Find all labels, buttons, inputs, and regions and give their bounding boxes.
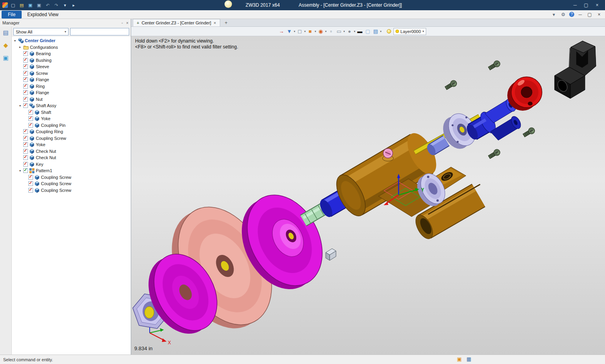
- visibility-checkbox[interactable]: ✓: [23, 77, 28, 82]
- expand-down-icon[interactable]: ▾: [18, 104, 22, 108]
- visibility-checkbox[interactable]: ✓: [28, 188, 33, 193]
- panel-close-icon[interactable]: ×: [126, 21, 128, 25]
- tree-item-shaft[interactable]: ✓Shaft: [12, 109, 131, 116]
- visibility-checkbox[interactable]: ✓: [28, 123, 33, 128]
- wireframe-mode-icon-dropdown[interactable]: ▾: [304, 30, 306, 33]
- tab-exploded-view[interactable]: Exploded View: [22, 12, 64, 17]
- visibility-checkbox[interactable]: ✓: [23, 149, 28, 154]
- expand-right-icon[interactable]: ▸: [18, 45, 22, 49]
- expand-down-icon[interactable]: ▾: [18, 169, 22, 173]
- visibility-checkbox[interactable]: ✓: [23, 97, 28, 102]
- tree-item-yoke[interactable]: ✓Yoke: [12, 141, 131, 148]
- background-color-icon[interactable]: ▢: [364, 28, 371, 35]
- tree-item-coupling-ring[interactable]: ✓Coupling Ring: [12, 128, 131, 135]
- dock-assembly-icon[interactable]: ◆: [4, 42, 8, 49]
- visibility-checkbox[interactable]: ✓: [23, 58, 28, 63]
- help-icon[interactable]: ?: [569, 12, 574, 17]
- tab-close-icon[interactable]: ×: [213, 20, 216, 25]
- part-ring-red[interactable]: [507, 77, 542, 111]
- visibility-checkbox[interactable]: ✓: [28, 110, 33, 115]
- tree-item-bearing[interactable]: ✓Bearing: [12, 50, 131, 57]
- visibility-checkbox[interactable]: ✓: [23, 64, 28, 69]
- visibility-checkbox[interactable]: ✓: [23, 84, 28, 89]
- panel-pin-icon[interactable]: ▫: [122, 21, 123, 25]
- align-views-icon-dropdown[interactable]: ▾: [343, 30, 345, 33]
- tree-item-check-nut[interactable]: ✓Check Nut: [12, 148, 131, 155]
- layer-bulb-icon[interactable]: [387, 29, 391, 33]
- doc-minimize-icon[interactable]: ─: [577, 11, 584, 18]
- dock-visual-icon[interactable]: ▣: [3, 54, 8, 61]
- line-width-icon[interactable]: ▬: [356, 28, 364, 35]
- part-yoke-black[interactable]: [555, 41, 596, 98]
- new-tab-button[interactable]: +: [225, 20, 228, 26]
- tree-item-key[interactable]: ✓Key: [12, 161, 131, 168]
- tree-item-screw[interactable]: ✓Screw: [12, 70, 131, 77]
- shaded-mode-icon[interactable]: ■: [306, 28, 314, 35]
- tree-item-configurations[interactable]: ▸Configurations: [12, 44, 131, 51]
- pick-filter-icon-dropdown[interactable]: ▾: [294, 30, 295, 33]
- maximize-button[interactable]: ▢: [581, 2, 592, 8]
- document-tab[interactable]: + Center Grinder.Z3 - [Center Grinder] ×: [133, 19, 220, 26]
- undo-icon[interactable]: ↶: [44, 2, 51, 9]
- tree-item-bushing[interactable]: ✓Bushing: [12, 57, 131, 64]
- tree-item-ring[interactable]: ✓Ring: [12, 83, 131, 90]
- visibility-checkbox[interactable]: ✓: [23, 51, 28, 56]
- visibility-checkbox[interactable]: ✓: [23, 162, 28, 167]
- tree-item-coupling-pin[interactable]: ✓Coupling Pin: [12, 122, 131, 129]
- exit-environment-icon[interactable]: →: [278, 28, 285, 35]
- settings-gear-icon[interactable]: ⚙: [560, 11, 567, 18]
- redo-icon[interactable]: ↷: [53, 2, 60, 9]
- snap-points-icon[interactable]: ▫: [327, 28, 335, 35]
- tree-item-flange[interactable]: ✓Flange: [12, 76, 131, 83]
- qat-more-icon[interactable]: ▸: [70, 2, 77, 9]
- visibility-checkbox[interactable]: ✓: [23, 168, 28, 173]
- open-file-icon[interactable]: ▤: [18, 2, 25, 9]
- ribbon-collapse-icon[interactable]: ▾: [550, 11, 557, 18]
- manager-search-input[interactable]: [70, 28, 129, 35]
- assembly-3d-scene[interactable]: X: [131, 36, 605, 355]
- tree-item-coupling-screw[interactable]: ✓Coupling Screw: [12, 174, 131, 181]
- shaded-mode-icon-dropdown[interactable]: ▾: [315, 30, 316, 33]
- visibility-checkbox[interactable]: ✓: [28, 181, 33, 186]
- tree-item-sleeve[interactable]: ✓Sleeve: [12, 63, 131, 70]
- expand-down-icon[interactable]: ▾: [13, 39, 17, 43]
- visibility-checkbox[interactable]: ✓: [23, 142, 28, 147]
- app-logo-icon[interactable]: [2, 2, 8, 8]
- tree-item-yoke[interactable]: ✓Yoke: [12, 115, 131, 122]
- tree-item-coupling-screw[interactable]: ✓Coupling Screw: [12, 135, 131, 142]
- tree-item-shaft-assy[interactable]: ▾✓Shaft Assy: [12, 102, 131, 109]
- visibility-checkbox[interactable]: ✓: [23, 155, 28, 160]
- layer-dropdown[interactable]: Layer0000 ▾: [393, 28, 426, 35]
- visibility-checkbox[interactable]: ✓: [23, 136, 28, 141]
- tree-item-center-grinder[interactable]: ▾Center Grinder: [12, 37, 131, 44]
- minimize-button[interactable]: ─: [570, 2, 581, 8]
- tree-item-flange[interactable]: ✓Flange: [12, 89, 131, 96]
- tree-item-coupling-screw[interactable]: ✓Coupling Screw: [12, 187, 131, 194]
- visibility-checkbox[interactable]: ✓: [28, 116, 33, 121]
- visibility-checkbox[interactable]: ✓: [23, 90, 28, 95]
- doc-close-icon[interactable]: ×: [596, 11, 603, 18]
- save-all-icon[interactable]: ▣: [35, 2, 43, 9]
- visibility-checkbox[interactable]: ✓: [23, 129, 28, 134]
- file-menu-button[interactable]: File: [2, 11, 22, 19]
- render-sphere-icon-dropdown[interactable]: ▾: [354, 30, 356, 33]
- layer-manager-icon-dropdown[interactable]: ▾: [380, 30, 382, 33]
- wcs-indicator-icon[interactable]: ▣: [457, 356, 462, 362]
- tree-item-pattern1[interactable]: ▾✓Pattern1: [12, 167, 131, 174]
- new-file-icon[interactable]: ▢: [9, 2, 17, 9]
- render-sphere-icon[interactable]: ●: [346, 28, 353, 35]
- 3d-viewport[interactable]: X: [131, 36, 605, 355]
- tree-filter-dropdown[interactable]: Show All ▾: [13, 28, 69, 35]
- save-icon[interactable]: ▣: [27, 2, 34, 9]
- close-button[interactable]: ×: [592, 2, 603, 8]
- part-key[interactable]: [326, 249, 336, 260]
- qat-customize-icon[interactable]: ▾: [61, 2, 69, 9]
- align-views-icon[interactable]: ▭: [335, 28, 343, 35]
- pick-filter-icon[interactable]: ▼: [286, 28, 293, 35]
- inquire-icon[interactable]: ◉: [317, 28, 325, 35]
- visibility-checkbox[interactable]: ✓: [23, 71, 28, 76]
- tree-item-nut[interactable]: ✓Nut: [12, 96, 131, 103]
- visibility-checkbox[interactable]: ✓: [23, 103, 28, 108]
- wireframe-mode-icon[interactable]: ◻: [296, 28, 304, 35]
- doc-restore-icon[interactable]: ▢: [586, 11, 593, 18]
